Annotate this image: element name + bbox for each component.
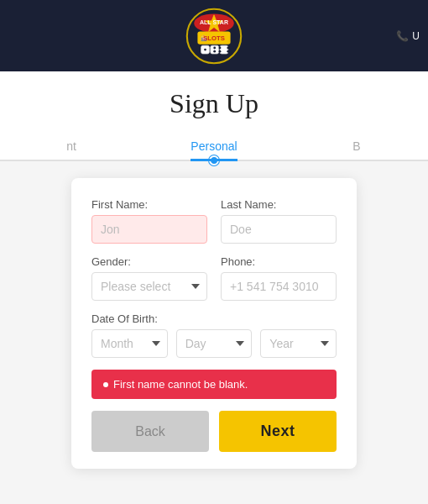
buttons-row: Back Next xyxy=(91,411,337,452)
gender-group: Gender: Please select Male Female Other xyxy=(91,255,207,301)
svg-point-10 xyxy=(204,48,206,50)
phone-label: Phone: xyxy=(221,255,337,268)
dob-label: Date Of Birth: xyxy=(91,312,337,325)
page-title: Sign Up xyxy=(0,88,428,119)
error-message: First name cannot be blank. xyxy=(113,378,248,391)
header-phone: 📞 U xyxy=(396,30,420,42)
last-name-input[interactable] xyxy=(221,215,337,244)
svg-rect-9 xyxy=(220,45,228,54)
svg-text:ALL STAR: ALL STAR xyxy=(200,19,228,25)
tabs-container: nt Personal B xyxy=(0,133,428,161)
phone-label: U xyxy=(412,30,420,42)
header: ALL STAR 🎰 SLOTS 📞 U xyxy=(0,0,428,71)
tab-billing[interactable]: B xyxy=(285,133,428,160)
gender-select[interactable]: Please select Male Female Other xyxy=(91,272,207,301)
logo-icon: ALL STAR 🎰 SLOTS xyxy=(185,7,243,66)
svg-point-13 xyxy=(219,46,222,49)
name-row: First Name: Last Name: xyxy=(91,198,337,244)
svg-point-14 xyxy=(227,46,229,49)
dob-day-select[interactable]: Day xyxy=(176,329,253,358)
progress-dot xyxy=(209,155,219,165)
dob-row: Date Of Birth: Month January February Ma… xyxy=(91,312,337,358)
tab-account[interactable]: nt xyxy=(0,133,143,160)
last-name-label: Last Name: xyxy=(221,198,337,211)
phone-input[interactable] xyxy=(221,272,337,301)
first-name-input[interactable] xyxy=(91,215,207,244)
gender-phone-row: Gender: Please select Male Female Other … xyxy=(91,255,337,301)
phone-icon: 📞 xyxy=(396,30,409,42)
svg-point-11 xyxy=(213,46,216,49)
last-name-group: Last Name: xyxy=(221,198,337,244)
phone-group: Phone: xyxy=(221,255,337,301)
tab-personal[interactable]: Personal xyxy=(143,133,285,160)
back-button[interactable]: Back xyxy=(91,411,209,452)
svg-point-15 xyxy=(219,50,222,52)
error-banner: First name cannot be blank. xyxy=(91,370,337,399)
svg-point-12 xyxy=(213,50,216,52)
dob-selects: Month January February March April May J… xyxy=(91,329,337,358)
form-card: First Name: Last Name: Gender: Please se… xyxy=(71,178,357,469)
svg-text:SLOTS: SLOTS xyxy=(203,34,225,41)
logo-container: ALL STAR 🎰 SLOTS xyxy=(185,7,243,66)
first-name-group: First Name: xyxy=(91,198,207,244)
page-background xyxy=(0,486,428,504)
dob-month-select[interactable]: Month January February March April May J… xyxy=(91,329,168,358)
error-dot-icon xyxy=(103,382,108,387)
main-content: Sign Up nt Personal B xyxy=(0,71,428,161)
first-name-label: First Name: xyxy=(91,198,207,211)
svg-point-16 xyxy=(227,50,229,52)
next-button[interactable]: Next xyxy=(219,411,337,452)
gender-label: Gender: xyxy=(91,255,207,268)
dob-year-select[interactable]: Year xyxy=(260,329,337,358)
